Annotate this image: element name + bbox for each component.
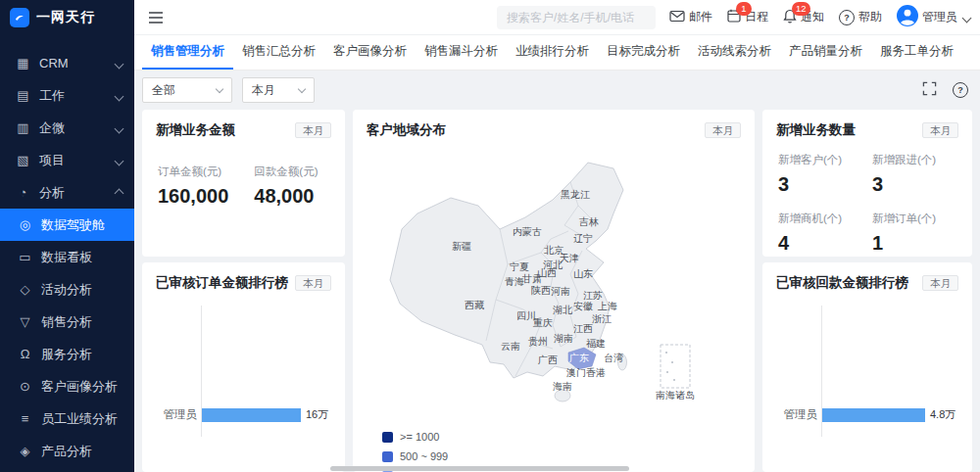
brand-name: 一网天行 — [36, 9, 95, 26]
mail-label: 邮件 — [689, 9, 712, 25]
product-icon: ◈ — [18, 444, 32, 458]
sidebar-item-crm[interactable]: ▦ CRM — [0, 47, 134, 79]
bar-category-label: 管理员 — [774, 407, 822, 422]
sidebar-item-label: CRM — [39, 56, 69, 71]
metric-value: 160,000 — [158, 185, 228, 208]
metric-value: 1 — [872, 232, 958, 255]
sidebar-item-sales-analysis[interactable]: ▽ 销售分析 — [0, 306, 134, 338]
chevron-down-icon — [116, 153, 122, 167]
sidebar-item-work[interactable]: ▤ 工作 — [0, 79, 134, 112]
chevron-down-icon — [116, 88, 122, 103]
sidebar-item-label: 产品分析 — [41, 443, 92, 460]
card-new-business-count: 新增业务数量 本月 新增客户(个) 3 新增跟进(个) 3 新增商机(个) 4 … — [762, 110, 972, 257]
legend-swatch — [382, 432, 393, 443]
metric-order-amount: 订单金额(元) 160,000 — [158, 165, 228, 208]
map-province-label: 湖南 — [554, 332, 573, 346]
legend-label: 500 ~ 999 — [400, 450, 448, 462]
metric-new-followups: 新增跟进(个) 3 — [872, 153, 958, 196]
map-province-label: 新疆 — [452, 240, 471, 254]
map-province-label: 西藏 — [465, 299, 484, 312]
customer-icon: ⊙ — [18, 379, 32, 394]
sidebar-item-activity-analysis[interactable]: ◇ 活动分析 — [0, 273, 134, 306]
mail-button[interactable]: 邮件 — [669, 9, 712, 25]
menu-collapse-icon[interactable] — [148, 11, 164, 24]
sidebar-item-label: 数据驾驶舱 — [41, 216, 105, 234]
user-label: 管理员 — [922, 9, 957, 25]
sidebar-item-data-cockpit[interactable]: ◎ 数据驾驶舱 — [0, 209, 134, 241]
sidebar-item-data-board[interactable]: ▭ 数据看板 — [0, 241, 134, 273]
bar-value-label: 16万 — [306, 407, 328, 422]
payment-rank-bar-chart: 管理员 4.8万 — [774, 306, 960, 462]
metric-label: 新增客户(个) — [778, 153, 864, 167]
user-menu[interactable]: 管理员 — [897, 5, 970, 29]
map-province-label: 重庆 — [533, 316, 553, 330]
sidebar-item-project[interactable]: ▧ 项目 — [0, 144, 134, 176]
sidebar-item-label: 服务分析 — [41, 346, 92, 363]
card-title: 已审核回款金额排行榜 — [776, 274, 908, 292]
map-province-label: 安徽 — [573, 300, 593, 313]
wecom-icon: ▥ — [16, 120, 30, 135]
notifications-button[interactable]: 12 通知 — [783, 9, 824, 26]
metric-new-opportunities: 新增商机(个) 4 — [778, 212, 864, 255]
metric-new-customers: 新增客户(个) 3 — [778, 153, 864, 196]
map-province-label: 台湾 — [604, 352, 623, 365]
metric-label: 新增跟进(个) — [872, 153, 958, 167]
sidebar-item-staff-performance-analysis[interactable]: ≡ 员工业绩分析 — [0, 402, 134, 435]
map-sea-islands-label: 南海诸岛 — [656, 389, 695, 402]
performance-icon: ≡ — [18, 411, 32, 426]
brand-logo-icon — [10, 8, 29, 27]
metric-payment-amount: 回款金额(元) 48,000 — [254, 165, 318, 208]
map-province-label: 澳门香港 — [566, 366, 606, 380]
metric-new-orders: 新增订单(个) 1 — [872, 212, 958, 255]
notifications-badge: 12 — [792, 2, 810, 16]
period-badge: 本月 — [295, 122, 331, 139]
sidebar: 一网天行 ▦ CRM ▤ 工作 ▥ 企微 ▧ 项目 ◔ 分析 — [0, 0, 134, 472]
map-province-label: 吉林 — [579, 215, 599, 229]
sidebar-item-label: 数据看板 — [41, 249, 92, 266]
sidebar-item-customer-profile-analysis[interactable]: ⊙ 客户画像分析 — [0, 370, 134, 402]
sidebar-menu: ▦ CRM ▤ 工作 ▥ 企微 ▧ 项目 ◔ 分析 ◎ 数据驾驶舱 — [0, 47, 134, 467]
main-content: 销售管理分析 销售汇总分析 客户画像分析 销售漏斗分析 业绩排行分析 目标完成分… — [134, 35, 980, 472]
schedule-button[interactable]: 1 日程 — [727, 9, 768, 25]
dashboard-icon: ◎ — [18, 217, 32, 232]
card-title: 已审核订单金额排行榜 — [156, 274, 288, 292]
map-province-label: 山东 — [573, 267, 593, 281]
horizontal-scrollbar[interactable] — [330, 466, 629, 471]
period-badge: 本月 — [295, 275, 331, 292]
period-badge: 本月 — [922, 122, 958, 139]
sidebar-item-label: 活动分析 — [41, 281, 92, 299]
help-button[interactable]: ? 帮助 — [839, 9, 882, 25]
sidebar-analysis-submenu: ◎ 数据驾驶舱 ▭ 数据看板 ◇ 活动分析 ▽ 销售分析 Ω 服务分析 ⊙ 客户… — [0, 209, 134, 467]
metric-label: 新增商机(个) — [778, 212, 864, 226]
bar — [822, 408, 925, 422]
mail-icon — [669, 10, 685, 25]
chevron-down-icon — [963, 11, 970, 24]
metric-value: 48,000 — [254, 185, 318, 208]
sidebar-item-product-analysis[interactable]: ◈ 产品分析 — [0, 435, 134, 467]
legend-item: 500 ~ 999 — [382, 450, 448, 462]
bar-category-label: 管理员 — [154, 407, 202, 422]
sidebar-item-analysis[interactable]: ◔ 分析 — [0, 176, 134, 209]
headset-icon: Ω — [18, 347, 32, 361]
sidebar-item-wecom[interactable]: ▥ 企微 — [0, 112, 134, 144]
china-map-labels: 黑龙江吉林辽宁内蒙古新疆北京天津河北山西山东宁夏甘肃青海陕西河南江苏安徽上海西藏… — [361, 139, 753, 462]
sidebar-item-service-analysis[interactable]: Ω 服务分析 — [0, 338, 134, 370]
map-province-label: 广西 — [538, 354, 558, 367]
metric-value: 3 — [778, 173, 864, 196]
search-input[interactable] — [497, 6, 656, 29]
question-circle-icon: ? — [839, 10, 855, 25]
chevron-up-icon — [116, 185, 122, 200]
sidebar-item-label: 员工业绩分析 — [41, 410, 118, 428]
sidebar-item-label: 工作 — [39, 87, 65, 105]
card-new-business-amount: 新增业务金额 本月 订单金额(元) 160,000 回款金额(元) 48,000 — [142, 110, 345, 257]
sidebar-item-label: 销售分析 — [41, 313, 92, 331]
legend-swatch — [382, 451, 393, 462]
map-province-label: 黑龙江 — [561, 188, 590, 202]
map-province-label: 贵州 — [528, 335, 548, 349]
help-label: 帮助 — [858, 9, 882, 25]
china-map[interactable]: 黑龙江吉林辽宁内蒙古新疆北京天津河北山西山东宁夏甘肃青海陕西河南江苏安徽上海西藏… — [361, 139, 753, 462]
bar — [202, 408, 301, 422]
sidebar-item-label: 企微 — [39, 119, 65, 137]
grid-icon: ▦ — [16, 56, 30, 71]
legend-label: >= 1000 — [400, 431, 439, 443]
